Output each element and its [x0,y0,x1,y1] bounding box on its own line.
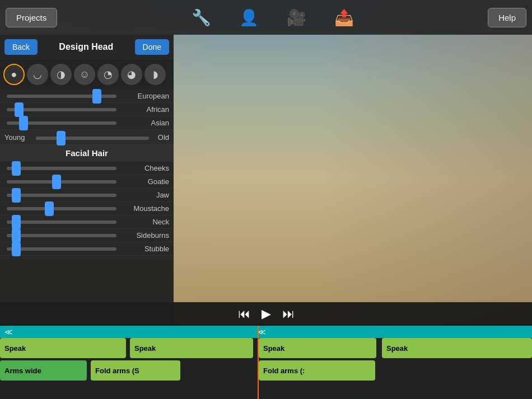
done-button[interactable]: Done [135,39,169,55]
facial-hair-title: Facial Hair [66,148,108,158]
sideburns-label: Sideburns [119,231,169,240]
speak-track-2[interactable]: Speak [130,338,253,358]
timeline-content: ≪ ≪ Speak Speak Speak Speak Arms wide Fo… [0,326,532,399]
svg-point-20 [408,163,419,179]
timeline-cursor [258,326,259,399]
goatie-slider-row: Goatie [0,175,174,189]
help-button[interactable]: Help [488,8,526,27]
asian-slider-row: Asian [0,116,174,130]
goatie-slider-container [4,180,119,184]
action-track-arms-wide-label: Arms wide [4,367,41,375]
speak-track-3[interactable]: Speak [259,338,376,358]
moustache-slider[interactable] [7,207,116,210]
face-shape-6[interactable]: ◕ [121,64,142,85]
left-panel: Back Design Head Done ● ◡ ◑ ☺ ◔ ◕ ◗ Euro… [0,35,174,325]
european-slider-row: European [0,90,174,103]
face-shape-3[interactable]: ◑ [50,64,72,85]
age-slider-container [32,132,152,142]
svg-point-18 [373,186,389,197]
sideburns-slider-row: Sideburns [0,229,174,242]
action-track-arms-wide[interactable]: Arms wide [0,360,87,381]
timeline: ≪ ≪ Speak Speak Speak Speak Arms wide Fo… [0,326,532,399]
face-shape-2[interactable]: ◡ [27,64,48,85]
svg-rect-10 [350,122,412,129]
neck-slider-row: Neck [0,215,174,229]
svg-point-12 [388,161,396,169]
age-row: Young Old [0,130,174,145]
svg-rect-3 [459,45,532,213]
panel-header: Back Design Head Done [0,35,174,59]
svg-point-15 [369,163,372,167]
jaw-slider-row: Jaw [0,189,174,202]
cheeks-slider[interactable] [7,167,116,170]
speak-track-2-label: Speak [134,344,156,353]
action-track-fold-arms-s[interactable]: Fold arms (S [91,360,180,381]
svg-point-14 [390,162,395,168]
speak-track-4[interactable]: Speak [382,338,532,358]
rewind-button[interactable]: ⏮ [238,307,250,321]
old-label: Old [152,133,169,142]
sideburns-slider-container [4,234,119,237]
african-slider-container [4,108,119,111]
svg-point-16 [391,163,395,167]
svg-point-21 [416,244,436,260]
jaw-label: Jaw [119,191,169,199]
svg-point-13 [367,162,373,168]
asian-slider-container [4,121,119,125]
stubble-label: Stubble [119,245,169,253]
asian-label: Asian [119,119,169,127]
jaw-slider[interactable] [7,194,116,197]
cheeks-slider-row: Cheeks [0,162,174,175]
fast-forward-button[interactable]: ⏭ [282,307,295,321]
european-slider-container [4,95,119,98]
goatie-label: Goatie [119,177,169,186]
svg-point-19 [342,163,353,179]
goatie-slider[interactable] [7,180,116,184]
speak-track-3-label: Speak [263,344,284,353]
cheeks-slider-container [4,167,119,170]
face-shapes-row: ● ◡ ◑ ☺ ◔ ◕ ◗ [0,59,174,90]
svg-point-23 [210,45,227,62]
moustache-slider-row: Moustache [0,202,174,215]
speak-track-1[interactable]: Speak [0,338,126,358]
neck-slider[interactable] [7,220,116,224]
african-slider-row: African [0,103,174,116]
stubble-slider[interactable] [7,247,116,251]
stubble-slider-row: Stubble [0,242,174,256]
wrench-icon[interactable]: 🔧 [192,8,211,27]
moustache-slider-container [4,207,119,210]
face-shape-1[interactable]: ● [3,64,25,85]
topbar: Projects 🔧 👤 🎥 📤 Help [0,0,532,35]
svg-point-11 [365,161,374,169]
svg-line-4 [174,112,347,325]
face-shape-5[interactable]: ◔ [97,64,119,85]
age-slider[interactable] [36,137,149,140]
stubble-slider-container [4,247,119,251]
figure-icon[interactable]: 👤 [239,8,259,27]
speak-track-1-label: Speak [4,344,26,353]
asian-slider[interactable] [7,121,116,125]
face-shape-4[interactable]: ☺ [74,64,95,85]
svg-rect-2 [174,34,218,213]
back-button[interactable]: Back [4,39,38,55]
camera-icon[interactable]: 🎥 [287,8,306,27]
african-slider[interactable] [7,108,116,111]
action-track-fold-arms-c-label: Fold arms (: [263,367,305,375]
svg-point-17 [376,173,385,180]
play-button[interactable]: ▶ [262,307,271,321]
sideburns-slider[interactable] [7,234,116,237]
european-slider[interactable] [7,95,116,98]
timeline-start-marker: ≪ [4,327,13,336]
speak-track-4-label: Speak [386,344,408,353]
african-label: African [119,105,169,114]
face-shape-7[interactable]: ◗ [144,64,166,85]
timeline-marker-bar: ≪ ≪ [0,326,532,338]
action-track-fold-arms-c[interactable]: Fold arms (: [259,360,375,381]
young-label: Young [4,133,32,142]
svg-point-9 [325,113,437,133]
neck-slider-container [4,220,119,224]
facial-hair-section-header: Facial Hair [0,145,174,162]
svg-rect-7 [374,190,388,213]
export-icon[interactable]: 📤 [334,8,354,27]
projects-button[interactable]: Projects [6,8,57,27]
